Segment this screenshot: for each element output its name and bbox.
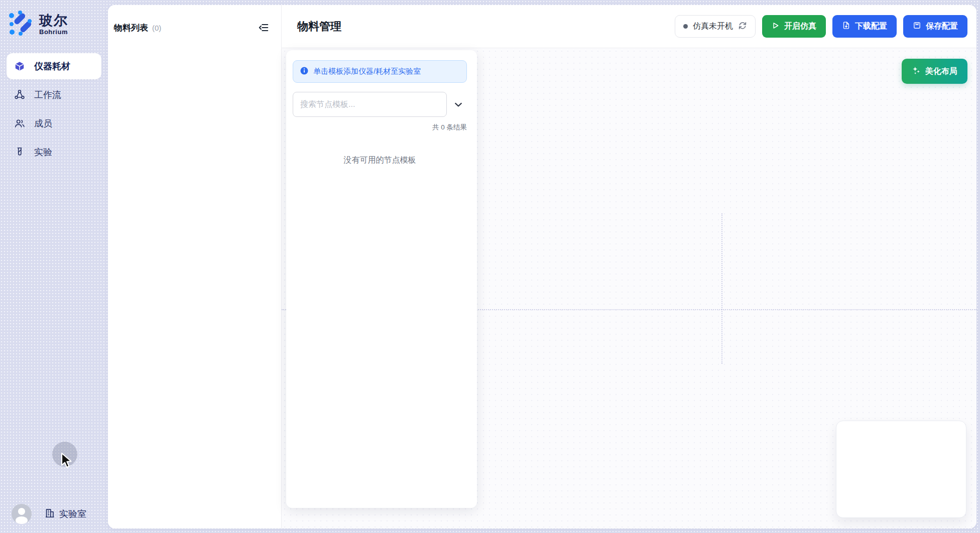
sidebar-item-label: 成员	[34, 117, 52, 129]
sidebar-footer: 实验室	[0, 504, 108, 524]
simulation-status-pill[interactable]: 仿真未开机	[675, 15, 756, 38]
sidebar-item-members[interactable]: 成员	[7, 110, 101, 137]
refresh-icon[interactable]	[738, 21, 747, 32]
template-hint-banner: 单击模板添加仪器/耗材至实验室	[293, 60, 467, 83]
main-region: 物料管理 仿真未开机	[282, 5, 976, 528]
bohrium-logo-icon	[7, 9, 34, 39]
info-icon	[300, 66, 309, 77]
sidebar-nav: 仪器耗材 工作流	[0, 53, 108, 165]
page-header: 物料管理 仿真未开机	[282, 5, 976, 48]
sidebar-item-experiments[interactable]: 实验	[7, 139, 101, 165]
sidebar-item-label: 实验	[34, 146, 52, 158]
download-config-label: 下载配置	[855, 21, 887, 32]
status-dot-icon	[683, 24, 688, 29]
page-title: 物料管理	[297, 19, 341, 34]
layout-canvas[interactable]: 单击模板添加仪器/耗材至实验室 共 0 条结果 没有可用的节点模板	[282, 48, 976, 528]
template-result-count: 共 0 条结果	[293, 123, 467, 132]
beautify-layout-label: 美化布局	[925, 66, 957, 77]
sidebar-item-label: 工作流	[34, 89, 61, 101]
node-template-panel: 单击模板添加仪器/耗材至实验室 共 0 条结果 没有可用的节点模板	[286, 50, 477, 508]
template-empty-state: 没有可用的节点模板	[293, 155, 467, 166]
sparkles-icon	[912, 66, 921, 77]
brand-subtitle: Bohrium	[39, 28, 68, 36]
save-config-label: 保存配置	[926, 21, 958, 32]
brand-text: 玻尔 Bohrium	[39, 13, 68, 36]
minimap-panel[interactable]	[836, 421, 966, 518]
workflow-icon	[14, 89, 25, 100]
beautify-layout-button[interactable]: 美化布局	[902, 59, 967, 84]
main-container: 物料列表 (0) 物料管理 仿真未开机	[108, 5, 976, 528]
sidebar-item-workflow[interactable]: 工作流	[7, 82, 101, 108]
chevron-down-icon[interactable]	[450, 99, 467, 109]
material-list-panel: 物料列表 (0)	[108, 5, 282, 528]
mouse-cursor	[60, 452, 74, 471]
header-actions: 仿真未开机	[675, 15, 967, 38]
file-download-icon	[842, 21, 850, 32]
sidebar-item-instruments[interactable]: 仪器耗材	[7, 53, 101, 79]
brand-logo: 玻尔 Bohrium	[0, 0, 108, 39]
start-simulation-label: 开启仿真	[784, 21, 816, 32]
start-simulation-button[interactable]: 开启仿真	[762, 15, 826, 38]
lab-switcher[interactable]: 实验室	[44, 507, 86, 521]
experiment-icon	[14, 147, 25, 158]
save-icon	[913, 21, 921, 32]
simulation-status-label: 仿真未开机	[693, 21, 733, 32]
template-hint-text: 单击模板添加仪器/耗材至实验室	[313, 67, 421, 76]
user-avatar[interactable]	[12, 504, 32, 524]
sidebar-item-label: 仪器耗材	[34, 60, 70, 72]
collapse-panel-button[interactable]	[257, 21, 270, 34]
template-search-input[interactable]	[293, 92, 447, 117]
brand-name: 玻尔	[39, 13, 68, 28]
save-config-button[interactable]: 保存配置	[903, 15, 967, 38]
material-list-title: 物料列表	[114, 22, 148, 34]
template-search-row	[293, 92, 467, 117]
download-config-button[interactable]: 下载配置	[832, 15, 897, 38]
canvas-guide-vertical	[721, 213, 722, 364]
lab-label: 实验室	[59, 508, 86, 520]
play-icon	[772, 22, 780, 32]
cube-icon	[14, 61, 25, 72]
material-list-count: (0)	[152, 24, 161, 32]
building-icon	[44, 507, 55, 521]
members-icon	[14, 118, 25, 129]
app-stage: 玻尔 Bohrium 仪器耗材	[0, 0, 980, 533]
